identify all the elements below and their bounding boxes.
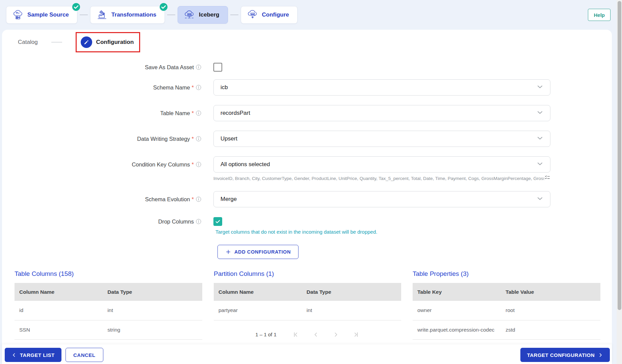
breadcrumb-configuration[interactable]: Configuration: [76, 32, 140, 52]
step-complete-badge-icon: [72, 2, 81, 11]
check-icon: [215, 218, 221, 225]
condition-key-columns-label: Condition Key Columns*: [2, 161, 201, 168]
info-icon[interactable]: [196, 85, 201, 90]
checklist-icon[interactable]: [544, 175, 550, 182]
schema-name-select[interactable]: icb: [213, 79, 550, 96]
step-sample-source[interactable]: Sample Source: [6, 6, 77, 24]
table-properties-table: Table Key Table Value owner root write.p…: [413, 283, 600, 340]
step-configure[interactable]: Configure: [241, 6, 297, 24]
data-writing-strategy-label: Data Writing Strategy*: [2, 136, 201, 142]
chevron-down-icon: [536, 160, 544, 169]
save-as-data-asset-label: Save As Data Asset: [2, 64, 201, 71]
stepper-bar: Sample Source Transformations: [0, 0, 617, 30]
breadcrumb-catalog[interactable]: Catalog: [18, 39, 38, 46]
chevron-down-icon: [536, 108, 544, 118]
step-transformations[interactable]: Transformations: [90, 6, 165, 24]
table-properties-section: Table Properties (3) Table Key Table Val…: [413, 270, 600, 340]
help-button[interactable]: Help: [588, 9, 611, 21]
column-header: Data Type: [302, 283, 401, 301]
step-connector: [167, 15, 175, 15]
partition-pagination: 1 – 1 of 1: [214, 331, 401, 338]
target-configuration-button[interactable]: TARGET CONFIGURATION: [520, 348, 610, 362]
schema-name-label: Schema Name*: [2, 84, 201, 91]
step-label: Configure: [262, 11, 289, 18]
page-scrollbar[interactable]: [617, 0, 622, 364]
table-row[interactable]: partyear int: [214, 301, 401, 320]
plus-icon: [225, 249, 231, 255]
drop-columns-label: Drop Columns: [2, 218, 201, 225]
table-properties-title: Table Properties (3): [413, 270, 600, 278]
info-icon[interactable]: [196, 162, 201, 167]
condition-key-columns-select[interactable]: All options selected: [213, 156, 550, 173]
info-icon[interactable]: [196, 64, 201, 70]
chevron-down-icon: [536, 134, 544, 144]
step-iceberg[interactable]: Iceberg: [178, 6, 228, 24]
breadcrumb-divider: [51, 42, 62, 43]
drop-columns-note: Target columns that do not exist in the …: [215, 229, 612, 235]
table-row[interactable]: owner root: [413, 301, 600, 320]
column-header: Table Key: [413, 283, 501, 301]
first-page-icon[interactable]: [292, 331, 299, 338]
table-name-label: Table Name*: [2, 110, 201, 116]
schema-evolution-select[interactable]: Merge: [213, 191, 550, 207]
add-configuration-button[interactable]: ADD CONFIGURATION: [217, 245, 299, 259]
table-row[interactable]: SSN string: [15, 320, 202, 339]
cancel-button[interactable]: CANCEL: [66, 348, 103, 362]
schema-evolution-label: Schema Evolution*: [2, 196, 201, 203]
table-name-select[interactable]: recordsPart: [213, 105, 550, 121]
column-header: Column Name: [15, 283, 103, 301]
pagination-range-label: 1 – 1 of 1: [255, 332, 277, 337]
step-connector: [80, 15, 88, 15]
chevron-down-icon: [536, 194, 544, 204]
data-writing-strategy-select[interactable]: Upsert: [213, 131, 550, 147]
column-header: Data Type: [103, 283, 202, 301]
cloud-source-icon: [12, 9, 23, 20]
last-page-icon[interactable]: [353, 331, 360, 338]
info-icon[interactable]: [196, 197, 201, 202]
table-row[interactable]: write.parquet.compression-codec zstd: [413, 320, 600, 339]
drop-columns-checkbox[interactable]: [213, 217, 222, 226]
step-label: Transformations: [111, 11, 156, 18]
step-connector: [230, 15, 238, 15]
table-columns-title: Table Columns (158): [15, 270, 202, 278]
target-list-button[interactable]: TARGET LIST: [5, 348, 61, 362]
info-icon[interactable]: [196, 219, 201, 224]
cloud-database-icon: [184, 9, 195, 20]
table-row[interactable]: id int: [15, 301, 202, 320]
breadcrumb: Catalog Configuration: [18, 32, 140, 52]
breadcrumb-configuration-label: Configuration: [96, 39, 134, 46]
iceberg-config-form: Save As Data Asset Schema Name* icb: [2, 63, 612, 259]
partition-columns-table: Column Name Data Type partyear int: [214, 283, 401, 320]
content-panel: Catalog Configuration Save As Data Asset: [2, 30, 612, 364]
step-label: Sample Source: [27, 11, 69, 18]
info-icon[interactable]: [196, 136, 201, 141]
table-columns-section: Table Columns (158) Column Name Data Typ…: [15, 270, 202, 340]
scrollbar-thumb[interactable]: [618, 1, 621, 310]
column-header: Column Name: [214, 283, 302, 301]
column-header: Table Value: [501, 283, 600, 301]
partition-columns-title: Partition Columns (1): [214, 270, 401, 278]
table-columns-table: Column Name Data Type id int SSN string: [15, 283, 202, 340]
tables-section: Table Columns (158) Column Name Data Typ…: [15, 270, 600, 340]
pencil-icon: [81, 36, 92, 48]
cloud-configure-icon: [247, 9, 258, 20]
chevron-down-icon: [536, 83, 544, 92]
step-label: Iceberg: [199, 11, 219, 18]
save-as-data-asset-checkbox[interactable]: [213, 63, 222, 72]
info-icon[interactable]: [196, 110, 201, 116]
next-page-icon[interactable]: [333, 331, 339, 338]
previous-page-icon[interactable]: [312, 331, 319, 338]
gears-transform-icon: [97, 9, 107, 20]
condition-key-selected-list: InvoiceID, Branch, City, CustomerType, G…: [213, 176, 544, 181]
partition-columns-section: Partition Columns (1) Column Name Data T…: [214, 270, 401, 340]
chevron-left-icon: [11, 353, 17, 358]
chevron-right-icon: [598, 353, 603, 358]
step-complete-badge-icon: [159, 2, 168, 11]
footer-action-bar: TARGET LIST CANCEL TARGET CONFIGURATION: [2, 344, 612, 364]
